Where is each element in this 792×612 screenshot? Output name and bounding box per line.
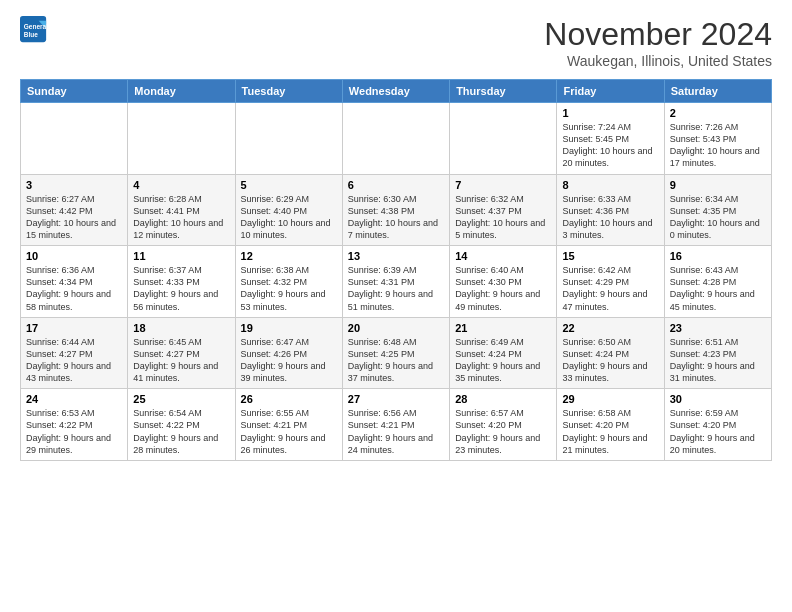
cell-2-2: 12Sunrise: 6:38 AM Sunset: 4:32 PM Dayli… — [235, 246, 342, 318]
cell-2-4: 14Sunrise: 6:40 AM Sunset: 4:30 PM Dayli… — [450, 246, 557, 318]
cell-1-6: 9Sunrise: 6:34 AM Sunset: 4:35 PM Daylig… — [664, 174, 771, 246]
cell-3-2: 19Sunrise: 6:47 AM Sunset: 4:26 PM Dayli… — [235, 317, 342, 389]
header-sunday: Sunday — [21, 80, 128, 103]
cell-4-2: 26Sunrise: 6:55 AM Sunset: 4:21 PM Dayli… — [235, 389, 342, 461]
cell-3-3: 20Sunrise: 6:48 AM Sunset: 4:25 PM Dayli… — [342, 317, 449, 389]
header-area: General Blue November 2024 Waukegan, Ill… — [20, 16, 772, 69]
week-row-2: 3Sunrise: 6:27 AM Sunset: 4:42 PM Daylig… — [21, 174, 772, 246]
day-number: 28 — [455, 393, 551, 405]
svg-text:General: General — [24, 23, 48, 30]
week-row-1: 1Sunrise: 7:24 AM Sunset: 5:45 PM Daylig… — [21, 103, 772, 175]
cell-2-6: 16Sunrise: 6:43 AM Sunset: 4:28 PM Dayli… — [664, 246, 771, 318]
day-info: Sunrise: 6:56 AM Sunset: 4:21 PM Dayligh… — [348, 407, 444, 456]
cell-3-0: 17Sunrise: 6:44 AM Sunset: 4:27 PM Dayli… — [21, 317, 128, 389]
cell-1-2: 5Sunrise: 6:29 AM Sunset: 4:40 PM Daylig… — [235, 174, 342, 246]
cell-1-0: 3Sunrise: 6:27 AM Sunset: 4:42 PM Daylig… — [21, 174, 128, 246]
day-info: Sunrise: 6:59 AM Sunset: 4:20 PM Dayligh… — [670, 407, 766, 456]
day-number: 4 — [133, 179, 229, 191]
header-friday: Friday — [557, 80, 664, 103]
day-info: Sunrise: 7:26 AM Sunset: 5:43 PM Dayligh… — [670, 121, 766, 170]
day-number: 13 — [348, 250, 444, 262]
day-number: 20 — [348, 322, 444, 334]
cell-1-1: 4Sunrise: 6:28 AM Sunset: 4:41 PM Daylig… — [128, 174, 235, 246]
cell-0-6: 2Sunrise: 7:26 AM Sunset: 5:43 PM Daylig… — [664, 103, 771, 175]
cell-0-5: 1Sunrise: 7:24 AM Sunset: 5:45 PM Daylig… — [557, 103, 664, 175]
cell-4-5: 29Sunrise: 6:58 AM Sunset: 4:20 PM Dayli… — [557, 389, 664, 461]
cell-2-3: 13Sunrise: 6:39 AM Sunset: 4:31 PM Dayli… — [342, 246, 449, 318]
cell-3-4: 21Sunrise: 6:49 AM Sunset: 4:24 PM Dayli… — [450, 317, 557, 389]
cell-2-1: 11Sunrise: 6:37 AM Sunset: 4:33 PM Dayli… — [128, 246, 235, 318]
title-area: November 2024 Waukegan, Illinois, United… — [544, 16, 772, 69]
day-info: Sunrise: 6:36 AM Sunset: 4:34 PM Dayligh… — [26, 264, 122, 313]
cell-1-5: 8Sunrise: 6:33 AM Sunset: 4:36 PM Daylig… — [557, 174, 664, 246]
cell-3-6: 23Sunrise: 6:51 AM Sunset: 4:23 PM Dayli… — [664, 317, 771, 389]
page: General Blue November 2024 Waukegan, Ill… — [0, 0, 792, 471]
cell-4-6: 30Sunrise: 6:59 AM Sunset: 4:20 PM Dayli… — [664, 389, 771, 461]
day-info: Sunrise: 6:54 AM Sunset: 4:22 PM Dayligh… — [133, 407, 229, 456]
day-info: Sunrise: 6:48 AM Sunset: 4:25 PM Dayligh… — [348, 336, 444, 385]
svg-text:Blue: Blue — [24, 31, 38, 38]
day-info: Sunrise: 6:38 AM Sunset: 4:32 PM Dayligh… — [241, 264, 337, 313]
day-number: 23 — [670, 322, 766, 334]
day-number: 14 — [455, 250, 551, 262]
cell-0-0 — [21, 103, 128, 175]
week-row-5: 24Sunrise: 6:53 AM Sunset: 4:22 PM Dayli… — [21, 389, 772, 461]
day-info: Sunrise: 6:39 AM Sunset: 4:31 PM Dayligh… — [348, 264, 444, 313]
day-info: Sunrise: 6:49 AM Sunset: 4:24 PM Dayligh… — [455, 336, 551, 385]
day-number: 24 — [26, 393, 122, 405]
header-row: Sunday Monday Tuesday Wednesday Thursday… — [21, 80, 772, 103]
day-number: 27 — [348, 393, 444, 405]
day-number: 26 — [241, 393, 337, 405]
cell-2-5: 15Sunrise: 6:42 AM Sunset: 4:29 PM Dayli… — [557, 246, 664, 318]
cell-4-1: 25Sunrise: 6:54 AM Sunset: 4:22 PM Dayli… — [128, 389, 235, 461]
day-info: Sunrise: 6:40 AM Sunset: 4:30 PM Dayligh… — [455, 264, 551, 313]
day-number: 19 — [241, 322, 337, 334]
day-number: 11 — [133, 250, 229, 262]
header-monday: Monday — [128, 80, 235, 103]
cell-4-4: 28Sunrise: 6:57 AM Sunset: 4:20 PM Dayli… — [450, 389, 557, 461]
day-info: Sunrise: 6:28 AM Sunset: 4:41 PM Dayligh… — [133, 193, 229, 242]
cell-3-5: 22Sunrise: 6:50 AM Sunset: 4:24 PM Dayli… — [557, 317, 664, 389]
cell-1-4: 7Sunrise: 6:32 AM Sunset: 4:37 PM Daylig… — [450, 174, 557, 246]
day-info: Sunrise: 7:24 AM Sunset: 5:45 PM Dayligh… — [562, 121, 658, 170]
calendar-table: Sunday Monday Tuesday Wednesday Thursday… — [20, 79, 772, 461]
day-info: Sunrise: 6:37 AM Sunset: 4:33 PM Dayligh… — [133, 264, 229, 313]
day-info: Sunrise: 6:51 AM Sunset: 4:23 PM Dayligh… — [670, 336, 766, 385]
day-number: 25 — [133, 393, 229, 405]
day-info: Sunrise: 6:50 AM Sunset: 4:24 PM Dayligh… — [562, 336, 658, 385]
day-number: 17 — [26, 322, 122, 334]
day-info: Sunrise: 6:43 AM Sunset: 4:28 PM Dayligh… — [670, 264, 766, 313]
week-row-3: 10Sunrise: 6:36 AM Sunset: 4:34 PM Dayli… — [21, 246, 772, 318]
day-info: Sunrise: 6:32 AM Sunset: 4:37 PM Dayligh… — [455, 193, 551, 242]
day-number: 22 — [562, 322, 658, 334]
logo-icon: General Blue — [20, 16, 48, 44]
day-info: Sunrise: 6:27 AM Sunset: 4:42 PM Dayligh… — [26, 193, 122, 242]
week-row-4: 17Sunrise: 6:44 AM Sunset: 4:27 PM Dayli… — [21, 317, 772, 389]
day-info: Sunrise: 6:47 AM Sunset: 4:26 PM Dayligh… — [241, 336, 337, 385]
day-info: Sunrise: 6:57 AM Sunset: 4:20 PM Dayligh… — [455, 407, 551, 456]
cell-0-1 — [128, 103, 235, 175]
header-wednesday: Wednesday — [342, 80, 449, 103]
day-number: 21 — [455, 322, 551, 334]
day-number: 9 — [670, 179, 766, 191]
day-info: Sunrise: 6:30 AM Sunset: 4:38 PM Dayligh… — [348, 193, 444, 242]
cell-0-2 — [235, 103, 342, 175]
day-info: Sunrise: 6:55 AM Sunset: 4:21 PM Dayligh… — [241, 407, 337, 456]
day-number: 8 — [562, 179, 658, 191]
day-number: 1 — [562, 107, 658, 119]
cell-0-3 — [342, 103, 449, 175]
location: Waukegan, Illinois, United States — [544, 53, 772, 69]
cell-3-1: 18Sunrise: 6:45 AM Sunset: 4:27 PM Dayli… — [128, 317, 235, 389]
day-number: 12 — [241, 250, 337, 262]
month-title: November 2024 — [544, 16, 772, 53]
day-number: 30 — [670, 393, 766, 405]
day-info: Sunrise: 6:53 AM Sunset: 4:22 PM Dayligh… — [26, 407, 122, 456]
day-number: 2 — [670, 107, 766, 119]
day-info: Sunrise: 6:29 AM Sunset: 4:40 PM Dayligh… — [241, 193, 337, 242]
cell-2-0: 10Sunrise: 6:36 AM Sunset: 4:34 PM Dayli… — [21, 246, 128, 318]
day-number: 5 — [241, 179, 337, 191]
day-number: 16 — [670, 250, 766, 262]
day-info: Sunrise: 6:42 AM Sunset: 4:29 PM Dayligh… — [562, 264, 658, 313]
day-number: 6 — [348, 179, 444, 191]
day-number: 15 — [562, 250, 658, 262]
